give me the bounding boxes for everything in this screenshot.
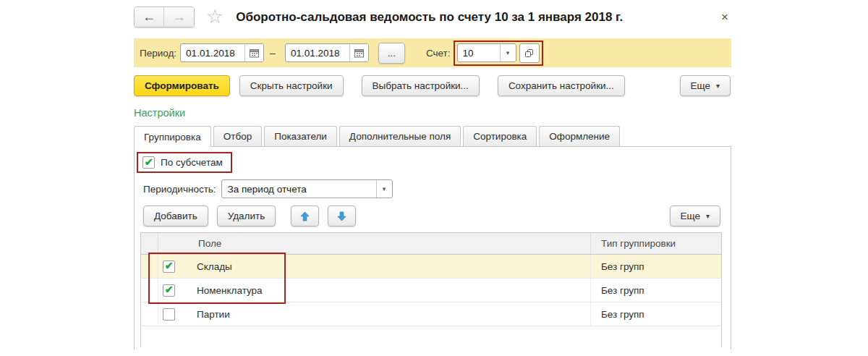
- account-dropdown-icon[interactable]: ▾: [500, 43, 516, 62]
- field-cell: ✔ Склады: [158, 255, 590, 278]
- move-down-button[interactable]: [328, 205, 356, 226]
- row-checkbox[interactable]: ✔: [163, 260, 175, 273]
- more-button[interactable]: Еще ▾: [680, 75, 731, 96]
- grouping-tab-panel: ✔ По субсчетам Периодичность: За период …: [134, 146, 731, 349]
- periodicity-dropdown-icon[interactable]: ▾: [376, 179, 392, 198]
- account-label: Счет:: [426, 48, 451, 59]
- account-field-group: ▾: [457, 43, 516, 62]
- field-name: Номенклатура: [197, 285, 263, 296]
- checkmark-icon: ✔: [165, 260, 174, 271]
- periodicity-label: Периодичность:: [143, 184, 216, 195]
- settings-tabs: Группировка Отбор Показатели Дополнитель…: [134, 126, 731, 146]
- generate-button[interactable]: Сформировать: [134, 75, 230, 96]
- account-input[interactable]: [458, 48, 500, 59]
- subaccounts-checkbox[interactable]: ✔: [142, 156, 155, 169]
- period-to-input[interactable]: [286, 48, 349, 59]
- save-settings-button[interactable]: Сохранить настройки...: [498, 75, 625, 96]
- page-title: Оборотно-сальдовая ведомость по счету 10…: [236, 10, 623, 25]
- group-type-cell: Без групп: [590, 279, 721, 302]
- delete-button[interactable]: Удалить: [217, 205, 276, 226]
- period-range-dash: –: [270, 47, 276, 59]
- row-checkbox[interactable]: ✔: [163, 284, 175, 297]
- account-highlight-frame: ▾: [454, 41, 543, 66]
- subaccounts-highlight-frame: ✔ По субсчетам: [137, 152, 232, 173]
- group-type-cell: Без групп: [590, 255, 721, 278]
- settings-section-title: Настройки: [134, 107, 731, 119]
- row-selector-cell: [141, 279, 158, 302]
- periodicity-select[interactable]: За период отчета ▾: [221, 179, 393, 198]
- table-row-nomenklatura[interactable]: ✔ Номенклатура Без групп: [141, 279, 721, 302]
- table-row-sklady[interactable]: ✔ Склады Без групп: [141, 255, 721, 279]
- field-column-header: Поле: [158, 233, 590, 254]
- arrow-up-icon: [300, 211, 310, 221]
- tab-filter[interactable]: Отбор: [213, 126, 262, 146]
- calendar-icon[interactable]: [349, 43, 368, 62]
- field-name: Партии: [197, 309, 230, 320]
- more-button-label: Еще: [691, 80, 710, 91]
- favorite-star-icon[interactable]: ☆: [206, 7, 224, 27]
- tab-additional-fields[interactable]: Дополнительные поля: [339, 126, 461, 146]
- chevron-down-icon: ▾: [706, 212, 710, 220]
- field-name: Склады: [197, 261, 232, 272]
- grouping-table: Поле Тип группировки ✔ Склады Без групп …: [140, 232, 722, 347]
- checkmark-icon: ✔: [145, 157, 153, 167]
- selector-column-header: [141, 233, 158, 254]
- window-header: ← → ☆ Оборотно-сальдовая ведомость по сч…: [134, 0, 731, 27]
- field-cell: ✔ Номенклатура: [158, 279, 590, 302]
- group-type-cell: Без групп: [590, 302, 721, 326]
- report-actions: Сформировать Скрыть настройки Выбрать на…: [134, 75, 731, 96]
- list-more-button[interactable]: Еще ▾: [670, 205, 721, 226]
- period-options-button[interactable]: ...: [378, 43, 405, 64]
- tab-appearance[interactable]: Оформление: [539, 126, 620, 146]
- table-row-partii[interactable]: Партии Без групп: [141, 302, 721, 326]
- add-button[interactable]: Добавить: [143, 205, 208, 226]
- back-button[interactable]: ←: [135, 7, 164, 27]
- period-from-group: [180, 43, 264, 62]
- period-to-group: [285, 43, 369, 62]
- tab-grouping[interactable]: Группировка: [134, 126, 211, 147]
- calendar-icon[interactable]: [244, 43, 263, 62]
- grouping-list-toolbar: Добавить Удалить Еще ▾: [143, 205, 720, 226]
- checkmark-icon: ✔: [165, 284, 174, 294]
- row-selector-cell: [141, 302, 158, 326]
- chevron-down-icon: ▾: [716, 82, 720, 90]
- group-type-column-header: Тип группировки: [590, 233, 721, 254]
- arrow-down-icon: [337, 211, 346, 221]
- periodicity-value: За период отчета: [222, 184, 376, 195]
- row-checkbox[interactable]: [163, 308, 175, 321]
- tab-indicators[interactable]: Показатели: [264, 126, 337, 146]
- period-label: Период:: [140, 48, 176, 59]
- close-icon[interactable]: ×: [718, 9, 731, 25]
- move-up-button[interactable]: [291, 205, 319, 226]
- subaccounts-label: По субсчетам: [161, 157, 223, 168]
- report-window: ← → ☆ Оборотно-сальдовая ведомость по сч…: [134, 0, 731, 356]
- choose-settings-button[interactable]: Выбрать настройки...: [362, 75, 480, 96]
- tab-sorting[interactable]: Сортировка: [463, 126, 537, 146]
- hide-settings-button[interactable]: Скрыть настройки: [239, 75, 344, 96]
- history-nav: ← →: [134, 7, 195, 27]
- filter-bar: Период: –: [134, 38, 731, 67]
- period-from-input[interactable]: [181, 48, 244, 59]
- account-choose-button[interactable]: [519, 43, 540, 63]
- row-selector-cell: [141, 255, 158, 278]
- forward-button[interactable]: →: [164, 7, 194, 27]
- list-more-label: Еще: [681, 211, 700, 221]
- grouping-table-header: Поле Тип группировки: [141, 232, 721, 255]
- field-cell: Партии: [158, 302, 590, 326]
